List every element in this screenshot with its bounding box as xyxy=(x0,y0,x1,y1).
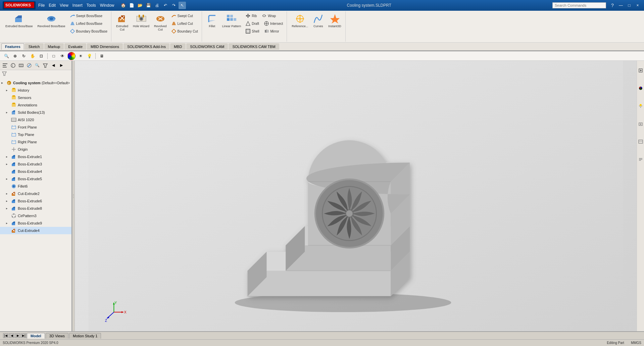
menu-file[interactable]: File xyxy=(38,3,45,8)
history-expand[interactable]: ▸ xyxy=(6,89,11,92)
tab-solidworks-cam[interactable]: SOLIDWORKS CAM xyxy=(186,43,228,50)
menu-tools[interactable]: Tools xyxy=(87,3,96,8)
rib-button[interactable]: Rib xyxy=(244,12,258,19)
search-input[interactable] xyxy=(552,2,606,8)
view-hide-show[interactable]: 👁 xyxy=(59,52,66,60)
tree-aisi-1020[interactable]: AISI 1020 xyxy=(0,116,71,123)
feature-manager-btn[interactable] xyxy=(1,62,9,69)
menu-edit[interactable]: Edit xyxy=(49,3,56,8)
be6-expand[interactable]: ▸ xyxy=(6,199,11,203)
swept-boss-button[interactable]: Swept Boss/Base xyxy=(68,12,109,19)
dim-expert-btn[interactable] xyxy=(26,62,33,69)
tab-mbd-dimensions[interactable]: MBD Dimensions xyxy=(87,43,123,50)
toolbar-open[interactable]: 📂 xyxy=(137,2,144,9)
tree-right-plane[interactable]: Right Plane xyxy=(0,138,71,146)
tab-features[interactable]: Features xyxy=(1,43,24,50)
toolbar-cursor[interactable]: ↖ xyxy=(179,2,186,9)
toolbar-undo[interactable]: ↶ xyxy=(162,2,169,9)
view-display-mode[interactable]: □ xyxy=(50,52,57,60)
view-camera[interactable]: 🖥 xyxy=(98,52,105,60)
tree-top-plane[interactable]: Top Plane xyxy=(0,131,71,138)
tree-solid-bodies[interactable]: ▸ Solid Bodies(13) xyxy=(0,109,71,116)
tree-boss-extrude9[interactable]: ▸ Boss-Extrude9 xyxy=(0,219,71,227)
filter-btn[interactable] xyxy=(42,62,49,69)
tree-fillet6[interactable]: Fillet6 xyxy=(0,183,71,190)
view-scene[interactable]: ☀ xyxy=(77,52,84,60)
menu-insert[interactable]: Insert xyxy=(72,3,83,8)
boundary-cut-button[interactable]: Boundary Cut xyxy=(169,28,200,35)
toolbar-new[interactable]: 📄 xyxy=(128,2,136,9)
solid-bodies-expand[interactable]: ▸ xyxy=(6,111,11,114)
scene-btn[interactable] xyxy=(638,98,644,114)
resize-handle[interactable] xyxy=(72,61,75,331)
tree-boss-extrude5[interactable]: ▸ Boss-Extrude5 xyxy=(0,175,71,183)
be9-expand[interactable]: ▸ xyxy=(6,221,11,225)
view-zoom-fit[interactable]: ⊕ xyxy=(11,52,19,60)
tree-boss-extrude1[interactable]: ▸ Boss-Extrude1 xyxy=(0,153,71,160)
tree-cut-extrude2[interactable]: ▸ Cut-Extrude2 xyxy=(0,190,71,197)
tree-cirpattern3[interactable]: CirPattern3 xyxy=(0,212,71,219)
be8-expand[interactable]: ▸ xyxy=(6,207,11,210)
revolved-cut-button[interactable]: RevolvedCut xyxy=(152,12,169,33)
be3-expand[interactable]: ▸ xyxy=(6,162,11,166)
be1-expand[interactable]: ▸ xyxy=(6,155,11,158)
appearances-btn[interactable] xyxy=(638,80,644,97)
tab-solidworks-cam-tbm[interactable]: SOLIDWORKS CAM TBM xyxy=(229,43,279,50)
close-btn[interactable]: × xyxy=(634,2,641,9)
search-btn[interactable]: 🔍 xyxy=(34,62,41,69)
extruded-cut-button[interactable]: ExtrudedCut xyxy=(114,12,130,33)
hole-wizard-button[interactable]: Hole Wizard xyxy=(131,12,151,30)
lofted-cut-button[interactable]: Lofted Cut xyxy=(169,20,200,27)
restore-btn[interactable]: □ xyxy=(626,2,633,9)
intersect-button[interactable]: Intersect xyxy=(262,20,285,27)
tree-cut-extrude4[interactable]: Cut-Extrude4 xyxy=(0,227,71,234)
tree-sensors[interactable]: Sensors xyxy=(0,94,71,101)
ce2-expand[interactable]: ▸ xyxy=(6,192,11,195)
root-expand[interactable]: ▸ xyxy=(1,81,6,85)
tab-mbd[interactable]: MBD xyxy=(170,43,186,50)
collapse-btn[interactable]: ◀ xyxy=(50,62,57,69)
tab-evaluate[interactable]: Evaluate xyxy=(64,43,86,50)
revolved-boss-button[interactable]: Revolved Boss/Base xyxy=(36,12,67,30)
linear-pattern-button[interactable]: Linear Pattern xyxy=(220,12,243,30)
draft-button[interactable]: Draft xyxy=(244,20,261,27)
nav-first[interactable]: |◀ xyxy=(3,333,8,338)
tree-boss-extrude8[interactable]: ▸ Boss-Extrude8 xyxy=(0,205,71,212)
mirror-button[interactable]: Mirror xyxy=(262,28,281,35)
tree-annotations[interactable]: Annotations xyxy=(0,101,71,109)
config-manager-btn[interactable] xyxy=(17,62,25,69)
boundary-boss-button[interactable]: Boundary Boss/Base xyxy=(68,28,109,35)
toolbar-save[interactable]: 💾 xyxy=(145,2,152,9)
help-btn[interactable]: ? xyxy=(609,2,616,9)
nav-prev[interactable]: ◀ xyxy=(9,333,14,338)
view-section[interactable]: ⊡ xyxy=(38,52,45,60)
tab-markup[interactable]: Markup xyxy=(44,43,64,50)
menu-view[interactable]: View xyxy=(60,3,68,8)
toolbar-print[interactable]: 🖨 xyxy=(153,2,161,9)
tree-boss-extrude6[interactable]: ▸ Boss-Extrude6 xyxy=(0,197,71,205)
tree-front-plane[interactable]: Front Plane xyxy=(0,123,71,131)
toolbar-home[interactable]: 🏠 xyxy=(120,2,127,9)
swept-cut-button[interactable]: Swept Cut xyxy=(169,12,200,19)
view-rotate[interactable]: ↻ xyxy=(20,52,28,60)
tab-solidworks-addins[interactable]: SOLIDWORKS Add-Ins xyxy=(123,43,169,50)
instant3d-button[interactable]: Instant3D xyxy=(326,12,343,30)
tab-motion-study[interactable]: Motion Study 1 xyxy=(69,333,101,339)
viewport[interactable]: Y X Z xyxy=(75,61,637,331)
tree-boss-extrude3[interactable]: ▸ Boss-Extrude3 xyxy=(0,160,71,168)
wrap-button[interactable]: Wrap xyxy=(260,12,278,19)
tab-3d-views[interactable]: 3D Views xyxy=(46,333,68,339)
tree-boss-extrude4[interactable]: Boss-Extrude4 xyxy=(0,168,71,175)
tree-root[interactable]: ▸ C Cooling system (Default<<Default> xyxy=(0,79,71,87)
custom-properties-btn[interactable] xyxy=(638,151,644,168)
menu-window[interactable]: Window xyxy=(100,3,114,8)
tree-origin[interactable]: Origin xyxy=(0,146,71,153)
tree-history[interactable]: ▸ History xyxy=(0,87,71,94)
curves-button[interactable]: Curves xyxy=(311,12,326,30)
extruded-boss-button[interactable]: Extruded Boss/Base xyxy=(3,12,35,30)
be5-expand[interactable]: ▸ xyxy=(6,177,11,181)
view-appearance[interactable] xyxy=(67,52,76,60)
fillet-button[interactable]: Fillet xyxy=(205,12,219,30)
tab-model[interactable]: Model xyxy=(27,333,45,339)
display-manager-btn[interactable] xyxy=(638,133,644,150)
